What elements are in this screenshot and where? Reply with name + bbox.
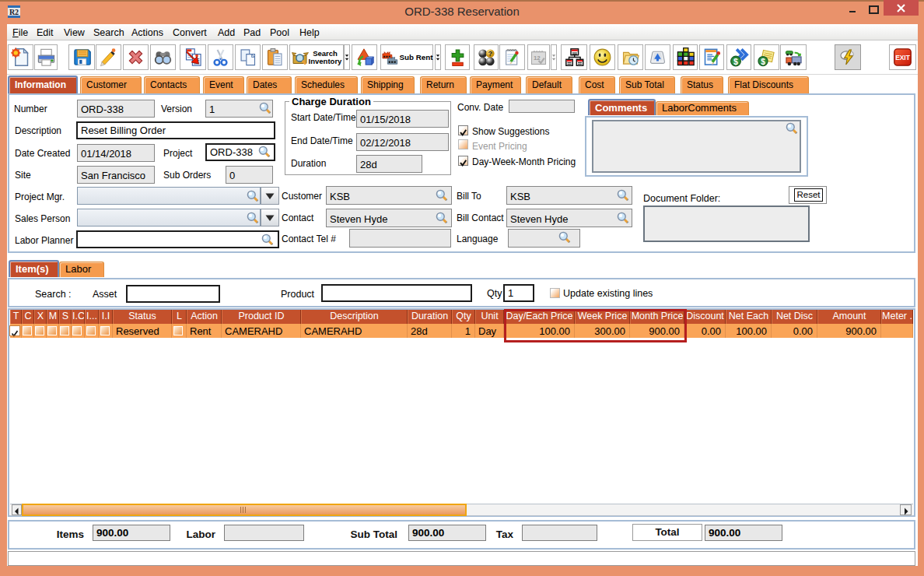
svg-text:$: $ xyxy=(733,57,738,66)
svg-text:12: 12 xyxy=(534,54,541,61)
svg-text:EXIT: EXIT xyxy=(895,54,911,61)
svg-text:$: $ xyxy=(761,58,765,66)
svg-text:?: ? xyxy=(488,50,492,58)
